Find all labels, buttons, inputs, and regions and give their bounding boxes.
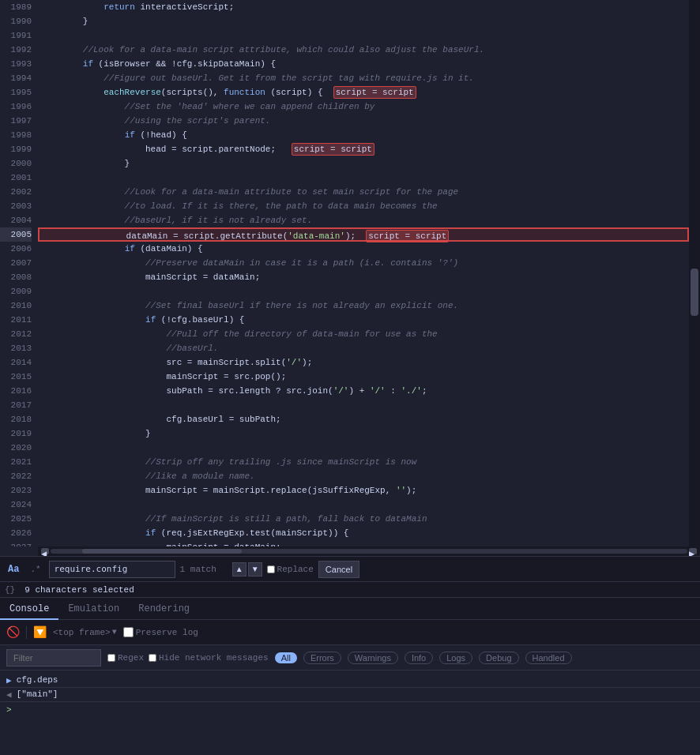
- tab-console[interactable]: Console: [0, 598, 58, 620]
- hide-network-checkbox[interactable]: [149, 654, 156, 662]
- ln-2011: 2011: [0, 313, 32, 327]
- ln-2003: 2003: [0, 199, 32, 213]
- h-scroll-right[interactable]: ▶: [689, 548, 697, 554]
- h-scroll-thumb[interactable]: [82, 549, 242, 554]
- search-regex-toggle[interactable]: .*: [27, 563, 43, 576]
- top-frame-selector[interactable]: <top frame> ▼: [53, 628, 117, 637]
- clear-console-icon[interactable]: 🚫: [6, 625, 20, 639]
- ln-1998: 1998: [0, 128, 32, 142]
- search-prev-button[interactable]: ▲: [232, 562, 247, 577]
- filter-icon[interactable]: 🔽: [33, 625, 47, 639]
- line-2002: //Look for a data-main attribute to set …: [38, 185, 689, 199]
- line-2016: subPath = src.length ? src.join('/') + '…: [38, 384, 689, 398]
- vertical-scrollbar[interactable]: [689, 0, 700, 547]
- line-2023: mainScript = mainScript.replace(jsSuffix…: [38, 483, 689, 498]
- status-bar: {} 9 characters selected: [0, 581, 700, 597]
- line-1989: return interactiveScript;: [38, 0, 689, 14]
- search-aa-toggle[interactable]: Aa: [5, 562, 22, 577]
- ln-2014: 2014: [0, 355, 32, 370]
- ln-1992: 1992: [0, 43, 32, 57]
- top-frame-label: <top frame>: [53, 628, 111, 637]
- line-2014: src = mainScript.split('/');: [38, 355, 689, 370]
- horizontal-scrollbar[interactable]: ◀ ▶: [38, 547, 700, 556]
- console-output: ▶ cfg.deps ◀ ["main"] >: [0, 670, 700, 755]
- filter-info-button[interactable]: Info: [405, 652, 433, 664]
- console-filter-input[interactable]: [6, 649, 101, 667]
- line-2026: if (req.jsExtRegExp.test(mainScript)) {: [38, 526, 689, 540]
- console-toolbar: 🚫 🔽 <top frame> ▼ Preserve log: [0, 620, 700, 645]
- line-2017: [38, 398, 689, 412]
- line-2008: mainScript = dataMain;: [38, 270, 689, 284]
- filter-handled-button[interactable]: Handled: [525, 652, 572, 664]
- console-filter-bar: Regex Hide network messages All Errors W…: [0, 645, 700, 670]
- ln-1993: 1993: [0, 57, 32, 71]
- filter-warnings-button[interactable]: Warnings: [348, 652, 398, 664]
- toolbar-separator: [26, 626, 27, 639]
- line-2003: //to load. If it is there, the path to d…: [38, 199, 689, 213]
- scrollbar-thumb[interactable]: [691, 269, 698, 316]
- ln-2027: 2027: [0, 540, 32, 547]
- ln-2017: 2017: [0, 398, 32, 412]
- line-1997: //using the script's parent.: [38, 114, 689, 128]
- preserve-log-label: Preserve log: [123, 627, 198, 637]
- line-2015: mainScript = src.pop();: [38, 370, 689, 384]
- ln-1997: 1997: [0, 114, 32, 128]
- console-prompt[interactable]: >: [0, 702, 700, 718]
- entry-text-1: ["main"]: [17, 689, 58, 699]
- cancel-search-button[interactable]: Cancel: [318, 561, 359, 578]
- ln-2005: 2005: [0, 227, 32, 242]
- search-match-count: 1 match: [180, 565, 228, 574]
- ln-2026: 2026: [0, 526, 32, 540]
- line-2000: }: [38, 156, 689, 171]
- editor-area: 1989 1990 1991 1992 1993 1994 1995 1996 …: [0, 0, 700, 597]
- search-next-button[interactable]: ▼: [248, 562, 262, 577]
- line-2013: //baseUrl.: [38, 341, 689, 355]
- ln-1996: 1996: [0, 100, 32, 114]
- ln-2019: 2019: [0, 426, 32, 441]
- line-2004: //baseUrl, if it is not already set.: [38, 213, 689, 227]
- line-2025: //If mainScript is still a path, fall ba…: [38, 512, 689, 526]
- line-2018: cfg.baseUrl = subPath;: [38, 412, 689, 426]
- code-content[interactable]: return interactiveScript; } //Look for a…: [38, 0, 689, 547]
- search-input[interactable]: [49, 561, 175, 578]
- ln-2020: 2020: [0, 441, 32, 455]
- console-entry-0: ▶ cfg.deps: [0, 674, 700, 688]
- filter-all-button[interactable]: All: [275, 652, 297, 663]
- replace-checkbox[interactable]: [267, 565, 275, 573]
- filter-logs-button[interactable]: Logs: [439, 652, 472, 664]
- ln-2022: 2022: [0, 469, 32, 483]
- filter-errors-button[interactable]: Errors: [303, 652, 341, 664]
- preserve-log-text: Preserve log: [136, 628, 198, 637]
- regex-filter-checkbox[interactable]: [107, 654, 115, 662]
- hide-network-label: Hide network messages: [149, 653, 269, 663]
- ln-2012: 2012: [0, 327, 32, 341]
- line-2012: //Pull off the directory of data-main fo…: [38, 327, 689, 341]
- entry-arrow-right-icon[interactable]: ▶: [6, 675, 12, 686]
- ln-2025: 2025: [0, 512, 32, 526]
- top-frame-arrow-icon: ▼: [112, 628, 117, 637]
- line-2005: dataMain = script.getAttribute('data-mai…: [38, 227, 689, 242]
- ln-2000: 2000: [0, 156, 32, 171]
- ln-2008: 2008: [0, 270, 32, 284]
- tab-rendering[interactable]: Rendering: [129, 598, 199, 620]
- tab-emulation[interactable]: Emulation: [58, 598, 129, 620]
- console-area: Console Emulation Rendering 🚫 🔽 <top fra…: [0, 597, 700, 755]
- preserve-log-checkbox[interactable]: [123, 627, 134, 637]
- filter-debug-button[interactable]: Debug: [479, 652, 518, 664]
- h-scroll-track[interactable]: [51, 549, 687, 554]
- ln-1991: 1991: [0, 28, 32, 43]
- ln-2001: 2001: [0, 171, 32, 185]
- line-1993: if (isBrowser && !cfg.skipDataMain) {: [38, 57, 689, 71]
- line-1995: eachReverse(scripts(), function (script)…: [38, 85, 689, 100]
- line-2022: //like a module name.: [38, 469, 689, 483]
- h-scroll-left[interactable]: ◀: [41, 548, 49, 554]
- line-1996: //Set the 'head' where we can append chi…: [38, 100, 689, 114]
- ln-2007: 2007: [0, 256, 32, 270]
- search-nav: ▲ ▼: [232, 562, 262, 577]
- line-2001: [38, 171, 689, 185]
- replace-checkbox-label: Replace: [267, 565, 314, 574]
- status-curly-icon[interactable]: {}: [5, 585, 15, 595]
- line-1992: //Look for a data-main script attribute,…: [38, 43, 689, 57]
- ln-2009: 2009: [0, 284, 32, 299]
- search-bar: Aa .* 1 match ▲ ▼ Replace Cancel: [0, 556, 700, 581]
